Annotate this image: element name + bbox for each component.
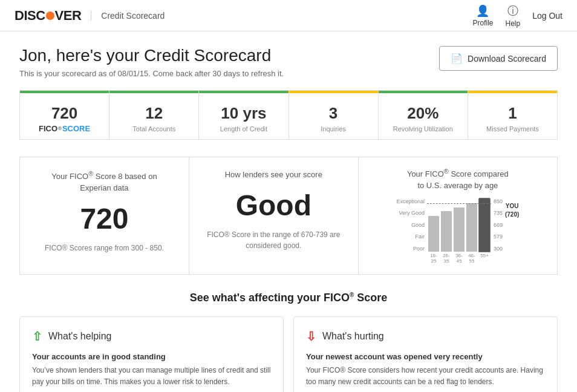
score-word: SCORE <box>62 124 90 133</box>
card-label-2: Length of Credit <box>205 125 282 132</box>
logo-o <box>46 11 54 20</box>
arrow-up-icon: ⇧ <box>32 329 42 344</box>
help-nav[interactable]: ⓘ Help <box>505 4 520 28</box>
y-label-exceptional: Exceptional <box>396 198 425 204</box>
fico-score-panel: Your FICO® Score 8 based onExperian data… <box>20 157 189 274</box>
header-title: Credit Scorecard <box>91 11 165 21</box>
chart-bar-3 <box>466 203 477 251</box>
fico-reg: ® <box>58 126 62 131</box>
hurting-card-header: ⇩ What's hurting <box>306 329 545 344</box>
chart-dashed-line <box>427 203 491 204</box>
chart-bar-0 <box>428 216 439 252</box>
greeting-subtitle: This is your scorecard as of 08/01/15. C… <box>19 69 284 78</box>
chart-bar-1 <box>441 211 452 252</box>
y-label-fair: Fair <box>396 234 425 240</box>
card-label-3: Inquiries <box>295 125 372 132</box>
greeting-title: Jon, here's your Credit Scorecard <box>19 46 284 65</box>
score-card-bar-4 <box>379 91 468 93</box>
card-value-2: 10 yrs <box>205 104 282 123</box>
hurting-item-text: Your FICO® Score considers how recent yo… <box>306 365 545 388</box>
chart-bar-4 <box>479 198 490 252</box>
chart-you-label: YOU(720) <box>503 197 519 219</box>
greeting-block: Jon, here's your Credit Scorecard This i… <box>19 46 284 78</box>
chart-bars <box>427 197 491 252</box>
fico-main-value: 720 <box>26 104 103 123</box>
download-scorecard-button[interactable]: 📄 Download Scorecard <box>439 46 558 71</box>
score-card-bar-3 <box>289 91 378 93</box>
chart-y-values: 850 735 669 579 300 <box>491 197 503 252</box>
download-btn-label: Download Scorecard <box>468 54 546 64</box>
pdf-icon: 📄 <box>451 53 463 64</box>
score-card-bar-5 <box>468 91 557 93</box>
helping-item-title: Your accounts are in good standing <box>32 352 271 361</box>
card-label-5: Missed Payments <box>474 125 551 132</box>
score-card-3[interactable]: 3Inquiries <box>289 91 379 139</box>
score-card-0[interactable]: 720FICO®SCORE <box>20 91 109 139</box>
score-rating-panel: How lenders see your score Good FICO® Sc… <box>189 157 359 274</box>
card-label-1: Total Accounts <box>116 125 192 132</box>
chart-age-label-3: 46- 55 <box>466 253 477 264</box>
fico-score-sub: FICO® Scores range from 300 - 850. <box>30 243 179 253</box>
score-card-1[interactable]: 12Total Accounts <box>109 91 199 139</box>
fico-score-value: 720 <box>30 202 179 235</box>
chart-age-label-4: 55+ <box>479 253 490 264</box>
score-card-4[interactable]: 20%Revolving Utilization <box>379 91 468 139</box>
rating-panel-sub: FICO® Score in the range of 670-739 are … <box>199 229 348 251</box>
y-label-good: Good <box>396 222 425 228</box>
y-label-poor: Poor <box>396 246 425 252</box>
help-icon: ⓘ <box>507 4 518 18</box>
affecting-cards: ⇧ What's helping Your accounts are in go… <box>19 316 558 392</box>
helping-card: ⇧ What's helping Your accounts are in go… <box>19 316 284 392</box>
hurting-card-title: What's hurting <box>322 331 384 342</box>
chart-bar-2 <box>454 207 465 252</box>
chart-bars-wrapper: 18- 2526- 3536- 4546- 5555+ <box>427 197 491 264</box>
chart-y-labels: Exceptional Very Good Good Fair Poor <box>396 197 427 252</box>
hurting-card: ⇩ What's hurting Your newest account was… <box>293 316 558 392</box>
helping-card-header: ⇧ What's helping <box>32 329 271 344</box>
arrow-down-icon: ⇩ <box>306 329 316 344</box>
header-left: DISCVER Credit Scorecard <box>15 8 165 24</box>
score-card-bar-1 <box>109 91 198 93</box>
chart-age-label-0: 18- 25 <box>428 253 439 264</box>
score-card-2[interactable]: 10 yrsLength of Credit <box>199 91 288 139</box>
fico-label-row: FICO®SCORE <box>26 124 103 133</box>
logo-text: DISCVER <box>15 8 81 24</box>
score-rating-value: Good <box>199 189 348 222</box>
help-label: Help <box>505 19 520 28</box>
header-right: 👤 Profile ⓘ Help Log Out <box>472 4 562 28</box>
fico-word: FICO <box>39 124 57 133</box>
y-label-verygood: Very Good <box>396 210 425 216</box>
age-comparison-panel: Your FICO® Score comparedto U.S. average… <box>359 157 557 274</box>
chart-age-labels: 18- 2526- 3536- 4546- 5555+ <box>427 253 491 264</box>
top-section: Jon, here's your Credit Scorecard This i… <box>19 46 558 78</box>
info-panels-row: Your FICO® Score 8 based onExperian data… <box>19 157 558 275</box>
affecting-title: See what's affecting your FICO® Score <box>19 292 558 304</box>
hurting-item-title: Your newest account was opened very rece… <box>306 352 545 361</box>
card-value-5: 1 <box>474 104 551 123</box>
rating-panel-title: How lenders see your score <box>199 169 348 180</box>
chart-age-label-2: 36- 45 <box>454 253 465 264</box>
discover-logo: DISCVER <box>15 8 81 24</box>
main-content: Jon, here's your Credit Scorecard This i… <box>0 31 577 392</box>
profile-nav[interactable]: 👤 Profile <box>472 4 493 27</box>
score-cards-row: 720FICO®SCORE12Total Accounts10 yrsLengt… <box>19 90 558 140</box>
header: DISCVER Credit Scorecard 👤 Profile ⓘ Hel… <box>0 0 577 31</box>
card-value-4: 20% <box>385 104 461 123</box>
fico-panel-title: Your FICO® Score 8 based onExperian data <box>30 169 179 194</box>
chart-age-label-1: 26- 35 <box>441 253 452 264</box>
card-value-1: 12 <box>116 104 192 123</box>
score-card-bar-0 <box>20 91 109 93</box>
logout-button[interactable]: Log Out <box>532 11 562 21</box>
helping-item-text: You’ve shown lenders that you can manage… <box>32 365 271 388</box>
chart-title: Your FICO® Score comparedto U.S. average… <box>368 167 547 191</box>
card-value-3: 3 <box>295 104 372 123</box>
score-card-bar-2 <box>199 91 288 93</box>
profile-label: Profile <box>472 19 493 27</box>
helping-card-title: What's helping <box>48 331 111 342</box>
profile-icon: 👤 <box>476 4 489 18</box>
score-card-5[interactable]: 1Missed Payments <box>468 91 557 139</box>
card-label-4: Revolving Utilization <box>385 125 461 132</box>
